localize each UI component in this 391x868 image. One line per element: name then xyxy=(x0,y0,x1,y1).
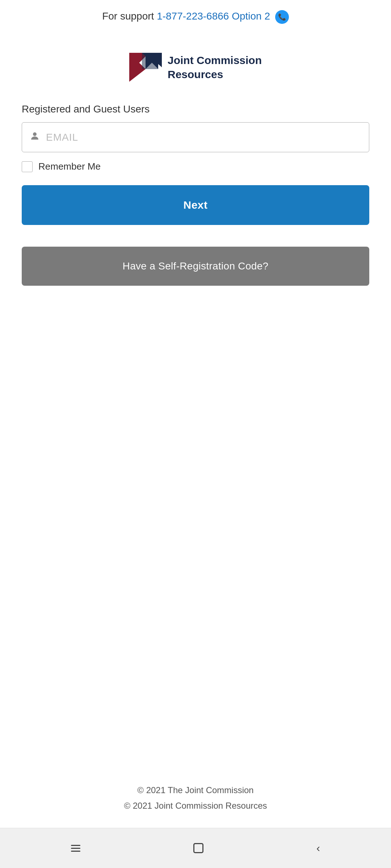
support-bar: For support 1-877-223-6866 Option 2 📞 xyxy=(0,0,391,31)
footer-line1: © 2021 The Joint Commission xyxy=(14,782,377,798)
support-phone-link[interactable]: 1-877-223-6866 Option 2 xyxy=(157,10,273,22)
bottom-nav: ‹ xyxy=(0,828,391,868)
support-phone-text: 1-877-223-6866 Option 2 xyxy=(157,10,270,22)
svg-point-7 xyxy=(33,132,37,136)
logo-line1: Joint Commission xyxy=(168,53,262,67)
back-chevron-icon: ‹ xyxy=(316,842,320,854)
remember-me-label[interactable]: Remember Me xyxy=(38,161,101,172)
nav-back-button[interactable]: ‹ xyxy=(306,838,331,858)
nav-menu-button[interactable] xyxy=(60,841,91,855)
logo-container: Joint Commission Resources xyxy=(129,53,262,82)
remember-me-row: Remember Me xyxy=(22,161,369,172)
logo-line2: Resources xyxy=(168,67,262,81)
home-square-icon xyxy=(193,843,203,853)
next-button[interactable]: Next xyxy=(22,185,369,225)
logo-icon xyxy=(129,53,162,82)
remember-me-checkbox[interactable] xyxy=(22,161,33,172)
phone-icon: 📞 xyxy=(275,10,289,24)
self-registration-button[interactable]: Have a Self-Registration Code? xyxy=(22,247,369,286)
logo-area: Joint Commission Resources xyxy=(22,53,369,82)
user-icon xyxy=(29,131,40,144)
main-content: Joint Commission Resources Registered an… xyxy=(0,31,391,761)
footer-line2: © 2021 Joint Commission Resources xyxy=(14,798,377,813)
email-input-wrapper xyxy=(22,122,369,152)
section-label: Registered and Guest Users xyxy=(22,103,369,115)
nav-home-button[interactable] xyxy=(182,839,214,857)
footer-area: © 2021 The Joint Commission © 2021 Joint… xyxy=(0,761,391,828)
support-label: For support xyxy=(102,10,157,22)
logo-text: Joint Commission Resources xyxy=(168,53,262,81)
menu-lines-icon xyxy=(71,845,80,852)
email-input[interactable] xyxy=(46,132,362,143)
